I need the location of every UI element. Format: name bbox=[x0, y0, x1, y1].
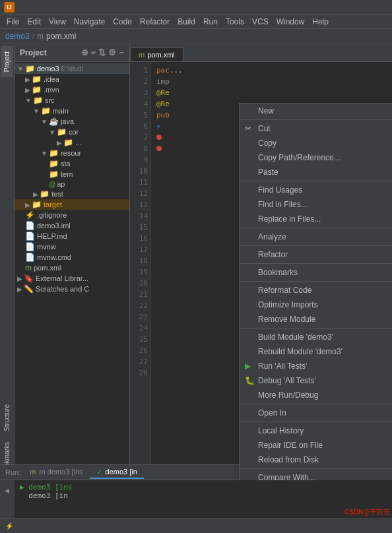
ctx-copy[interactable]: Copy Ctrl+C bbox=[240, 136, 392, 150]
project-panel-title: Project bbox=[20, 48, 81, 57]
tree-item-main[interactable]: ▼ 📁 main bbox=[15, 106, 129, 116]
ctx-run-tests[interactable]: ▶ Run 'All Tests' Ctrl+Shift+F10 bbox=[240, 359, 392, 373]
menu-build[interactable]: Build bbox=[174, 16, 199, 28]
tree-item-sub[interactable]: ▶ 📁 ... bbox=[15, 137, 129, 148]
menu-refactor[interactable]: Refactor bbox=[136, 16, 174, 28]
menu-vcs[interactable]: VCS bbox=[248, 16, 273, 28]
ctx-more-run[interactable]: More Run/Debug ▶ bbox=[240, 388, 392, 402]
menu-run[interactable]: Run bbox=[199, 16, 222, 28]
ctx-build-module[interactable]: Build Module 'demo3' bbox=[240, 330, 392, 344]
line-numbers: 12345 678910 1112131415 1617181920 21222… bbox=[130, 62, 151, 480]
ctx-reformat-code[interactable]: Reformat Code Ctrl+Alt+L bbox=[240, 283, 392, 298]
status-bar: ⚡ bbox=[0, 518, 392, 533]
ctx-optimize-imports[interactable]: Optimize Imports Ctrl+Alt+O bbox=[240, 298, 392, 312]
menu-edit[interactable]: Edit bbox=[23, 16, 45, 28]
tree-item-test[interactable]: ▶ 📁 test bbox=[15, 189, 129, 199]
tree-item-demo3[interactable]: ▼ 📁 demo3 E:\studi bbox=[15, 63, 129, 74]
breadcrumb-filename[interactable]: pom.xml bbox=[46, 32, 76, 41]
ctx-rebuild-module[interactable]: Rebuild Module 'demo3' Ctrl+Shift+F9 bbox=[240, 344, 392, 359]
tab-run[interactable]: ▶ bbox=[1, 483, 13, 500]
tree-item-cor[interactable]: ▼ 📁 cor bbox=[15, 127, 129, 137]
tree-item-target[interactable]: ▶ 📁 target bbox=[15, 199, 129, 210]
ctx-bookmarks[interactable]: Bookmarks ▶ bbox=[240, 265, 392, 280]
run-bar-tabs: m m demo3 [ins ✓ demo3 [in bbox=[23, 466, 144, 479]
menu-window[interactable]: Window bbox=[273, 16, 309, 28]
code-content: pac... imp @Re @Re pub ⚡ bbox=[151, 62, 188, 480]
main-layout: Project Structure Bookmarks Project ⊕ ≡ … bbox=[0, 44, 392, 480]
ctx-refactor[interactable]: Refactor ▶ bbox=[240, 247, 392, 262]
ctx-find-usages[interactable]: Find Usages Ctrl+G bbox=[240, 183, 392, 197]
csdn-watermark: CSDN@千百元 bbox=[344, 508, 389, 517]
run-icon: ▶ bbox=[245, 361, 251, 371]
sidebar-tab-structure[interactable]: Structure bbox=[1, 399, 13, 437]
tree-item-mvn[interactable]: ▶ 📁 .mvn bbox=[15, 84, 129, 95]
tree-item-iml[interactable]: 📄 demo3.iml bbox=[15, 220, 129, 231]
tree-item-mvnw[interactable]: 📄 mvnw bbox=[15, 241, 129, 252]
menu-bar: File Edit View Navigate Code Refactor Bu… bbox=[0, 15, 392, 29]
breadcrumb-file: m bbox=[37, 32, 44, 41]
minimize-icon[interactable]: − bbox=[119, 47, 124, 57]
project-panel: Project ⊕ ≡ ⇅ ⚙ − ▼ 📁 demo3 E:\studi ▶ 📁 bbox=[15, 44, 130, 480]
editor-area: m pom.xml 12345 678910 1112131415 161718… bbox=[130, 44, 392, 480]
tree-item-mvnwcmd[interactable]: 📄 mvnw.cmd bbox=[15, 252, 129, 263]
menu-help[interactable]: Help bbox=[308, 16, 333, 28]
ctx-sep-10 bbox=[240, 468, 392, 469]
ctx-sep-8 bbox=[240, 404, 392, 404]
list-icon[interactable]: ≡ bbox=[91, 47, 96, 57]
settings-icon[interactable]: ⚙ bbox=[108, 47, 116, 57]
cut-icon: ✂ bbox=[245, 124, 251, 133]
ctx-sep-1 bbox=[240, 119, 392, 120]
title-bar: IJ bbox=[0, 0, 392, 15]
run-tab-1[interactable]: m m demo3 [ins bbox=[23, 466, 89, 479]
ctx-replace-in-files[interactable]: Replace in Files... bbox=[240, 212, 392, 226]
ctx-copy-path[interactable]: Copy Path/Reference... bbox=[240, 150, 392, 165]
tree-item-help[interactable]: 📄 HELP.md bbox=[15, 231, 129, 241]
run-tab-2[interactable]: ✓ demo3 [in bbox=[90, 466, 144, 479]
ctx-new[interactable]: New ▶ bbox=[240, 104, 392, 118]
ctx-sep-2 bbox=[240, 181, 392, 181]
tree-item-scratches[interactable]: ▶ ✏️ Scratches and C bbox=[15, 284, 129, 294]
project-panel-header: Project ⊕ ≡ ⇅ ⚙ − bbox=[15, 44, 129, 62]
breadcrumb: demo3 / m pom.xml bbox=[0, 29, 392, 44]
tree-item-static[interactable]: 📁 sta bbox=[15, 158, 129, 169]
ctx-reload-disk[interactable]: Reload from Disk bbox=[240, 453, 392, 467]
breadcrumb-project[interactable]: demo3 bbox=[5, 32, 30, 41]
ctx-repair-ide[interactable]: Repair IDE on File bbox=[240, 438, 392, 453]
ctx-analyze[interactable]: Analyze ▶ bbox=[240, 230, 392, 244]
ctx-cut[interactable]: ✂ Cut Ctrl+X bbox=[240, 121, 392, 136]
menu-tools[interactable]: Tools bbox=[222, 16, 248, 28]
menu-file[interactable]: File bbox=[3, 16, 23, 28]
tree-item-external-libs[interactable]: ▶ 🔖 External Librar... bbox=[15, 273, 129, 284]
tree-item-java[interactable]: ▼ ☕ java bbox=[15, 116, 129, 127]
ctx-compare-with[interactable]: Compare With... Ctrl+D bbox=[240, 470, 392, 480]
run-output-2: demo3 [in bbox=[20, 491, 387, 500]
ctx-remove-module[interactable]: Remove Module Delete bbox=[240, 312, 392, 327]
menu-view[interactable]: View bbox=[45, 16, 70, 28]
tree-item-resources[interactable]: ▼ 📁 resour bbox=[15, 148, 129, 158]
ctx-debug-tests[interactable]: 🐛 Debug 'All Tests' bbox=[240, 373, 392, 388]
menu-navigate[interactable]: Navigate bbox=[70, 16, 109, 28]
tree-item-gitignore[interactable]: ⚡ .gitignore bbox=[15, 210, 129, 220]
project-tree: ▼ 📁 demo3 E:\studi ▶ 📁 .idea ▶ 📁 .mvn ▼ bbox=[15, 62, 129, 296]
ctx-local-history[interactable]: Local History ▶ bbox=[240, 423, 392, 438]
filter-icon[interactable]: ⇅ bbox=[98, 47, 106, 57]
run-output-1: ▶ demo3 [ins bbox=[20, 483, 387, 491]
app-icon: IJ bbox=[4, 2, 15, 13]
debug-icon: 🐛 bbox=[245, 376, 255, 385]
ctx-sep-7 bbox=[240, 328, 392, 329]
ctx-open-in[interactable]: Open In ▶ bbox=[240, 406, 392, 420]
sidebar-tab-project[interactable]: Project bbox=[1, 46, 13, 77]
ctx-sep-5 bbox=[240, 263, 392, 264]
menu-code[interactable]: Code bbox=[109, 16, 136, 28]
sync-icon[interactable]: ⊕ bbox=[81, 47, 88, 57]
ctx-sep-3 bbox=[240, 228, 392, 228]
tree-item-src[interactable]: ▼ 📁 src bbox=[15, 95, 129, 106]
tree-item-idea[interactable]: ▶ 📁 .idea bbox=[15, 74, 129, 84]
run-label: Run: bbox=[5, 468, 20, 476]
tree-item-app-prop[interactable]: @ ap bbox=[15, 179, 129, 189]
ctx-find-in-files[interactable]: Find in Files... Ctrl+H bbox=[240, 197, 392, 212]
tree-item-pomxml[interactable]: m pom.xml bbox=[15, 263, 129, 273]
tree-item-templates[interactable]: 📁 tem bbox=[15, 169, 129, 179]
editor-tab-pomxml[interactable]: m pom.xml bbox=[130, 47, 183, 61]
ctx-paste[interactable]: Paste Ctrl+V bbox=[240, 165, 392, 179]
